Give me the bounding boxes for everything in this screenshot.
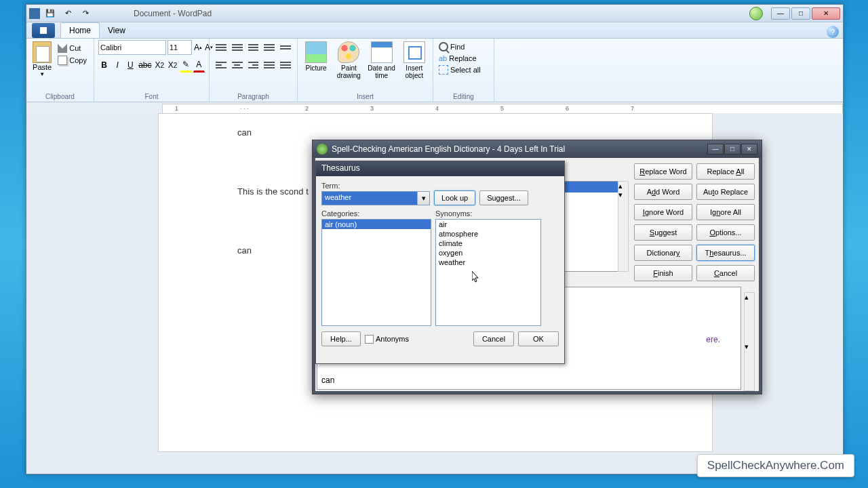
date-time-button[interactable]: Date and time: [368, 41, 396, 100]
find-icon: [439, 42, 448, 52]
term-value: weather: [322, 192, 417, 205]
align-right-button[interactable]: [246, 58, 261, 73]
bold-button[interactable]: B: [98, 58, 110, 73]
spellcheck-icon: [317, 144, 328, 155]
close-button[interactable]: ✕: [812, 7, 840, 20]
select-all-button[interactable]: Select all: [437, 64, 490, 75]
para-dialog-button[interactable]: [278, 40, 293, 55]
paint-icon: [338, 41, 359, 63]
auto-replace-button[interactable]: Auto Replace: [696, 184, 755, 200]
cut-button[interactable]: Cut: [56, 43, 88, 54]
synonyms-list[interactable]: air atmosphere climate oxygen weather: [435, 219, 541, 326]
superscript-button[interactable]: X2: [167, 58, 178, 73]
increase-indent-button[interactable]: [230, 40, 245, 55]
align-center-button[interactable]: [230, 58, 245, 73]
paste-button[interactable]: Paste ▼: [31, 40, 54, 79]
spell-bottom-word: can: [321, 375, 334, 385]
paragraph-group-label: Paragraph: [210, 93, 297, 100]
find-button[interactable]: Find: [437, 41, 490, 52]
paint-drawing-button[interactable]: Paint drawing: [334, 41, 363, 100]
thesaurus-button[interactable]: Thesaurus...: [696, 245, 755, 261]
copy-button[interactable]: Copy: [56, 55, 88, 66]
spell-context-scrollbar[interactable]: ▴▾: [744, 292, 755, 391]
ok-button[interactable]: OK: [518, 331, 559, 346]
font-group-label: Font: [94, 93, 209, 100]
font-name-select[interactable]: [98, 40, 166, 55]
synonym-item[interactable]: oxygen: [436, 248, 540, 258]
decrease-indent-button[interactable]: [214, 40, 229, 55]
ignore-word-button[interactable]: Ignore Word: [634, 204, 692, 220]
thes-suggest-button[interactable]: Suggest...: [479, 190, 528, 205]
subscript-button[interactable]: X2: [153, 58, 165, 73]
maximize-button[interactable]: □: [791, 7, 810, 20]
ribbon-tabstrip: Home View ?: [26, 22, 843, 39]
options-button[interactable]: Options...: [696, 224, 755, 241]
ignore-all-button[interactable]: Ignore All: [696, 204, 755, 220]
minimize-button[interactable]: —: [771, 7, 790, 20]
help-button[interactable]: Help...: [321, 331, 361, 346]
lookup-button[interactable]: Look up: [434, 190, 475, 205]
highlight-button[interactable]: ✎: [180, 58, 191, 73]
antonyms-checkbox[interactable]: Antonyms: [365, 335, 409, 344]
replace-word-button[interactable]: Replace Word: [634, 163, 692, 180]
clipboard-group: Paste ▼ Cut Copy Clipboard: [26, 39, 94, 102]
spellcheck-title: Spell-Checking American English Dictiona…: [332, 144, 565, 154]
app-icon: [29, 8, 40, 19]
category-item[interactable]: air (noun): [322, 220, 431, 229]
replace-all-button[interactable]: Replace All: [696, 163, 755, 180]
spell-suggestions-list[interactable]: [564, 181, 625, 272]
tab-home[interactable]: Home: [60, 22, 100, 38]
add-word-button[interactable]: Add Word: [634, 184, 692, 200]
bullets-button[interactable]: [246, 40, 261, 55]
undo-icon[interactable]: ↶: [60, 6, 75, 21]
cut-icon: [58, 43, 67, 53]
dictionary-button[interactable]: Dictionary: [634, 245, 692, 261]
thesaurus-titlebar[interactable]: Thesaurus: [316, 161, 564, 176]
quick-access-toolbar: 💾 ↶ ↷: [43, 6, 93, 21]
align-left-button[interactable]: [214, 58, 229, 73]
term-label: Term:: [321, 182, 430, 190]
spell-list-scrollbar[interactable]: ▴▾: [618, 181, 629, 272]
grow-font-button[interactable]: A▴: [193, 40, 203, 55]
paste-icon: [33, 41, 52, 63]
date-icon: [371, 41, 393, 63]
insert-group: Picture Paint drawing Date and time Inse…: [298, 39, 433, 102]
insert-object-button[interactable]: Insert object: [400, 41, 429, 100]
font-color-button[interactable]: A: [193, 58, 205, 73]
help-icon[interactable]: ?: [827, 26, 839, 38]
strikethrough-button[interactable]: abc: [138, 58, 152, 73]
spell-close-button[interactable]: ✕: [741, 144, 757, 155]
synonym-item[interactable]: air: [436, 220, 540, 229]
object-icon: [403, 41, 425, 63]
chevron-down-icon[interactable]: ▾: [417, 192, 429, 205]
synonym-item[interactable]: climate: [436, 239, 540, 248]
paragraph-group: Paragraph: [210, 39, 298, 102]
doc-text-line: can: [237, 127, 633, 138]
justify-button[interactable]: [262, 58, 277, 73]
thes-cancel-button[interactable]: Cancel: [473, 331, 514, 346]
spell-minimize-button[interactable]: —: [707, 144, 724, 155]
tab-view[interactable]: View: [100, 23, 134, 38]
app-menu-button[interactable]: [32, 23, 55, 38]
checkbox-icon: [365, 335, 374, 344]
suggest-button[interactable]: Suggest: [634, 224, 692, 241]
clipboard-group-label: Clipboard: [26, 93, 94, 100]
replace-button[interactable]: abReplace: [437, 54, 490, 63]
spellcheck-orb-icon[interactable]: [749, 7, 763, 20]
redo-icon[interactable]: ↷: [78, 6, 93, 21]
spellcheck-titlebar[interactable]: Spell-Checking American English Dictiona…: [313, 140, 762, 158]
term-combobox[interactable]: weather ▾: [321, 191, 430, 205]
synonym-item[interactable]: atmosphere: [436, 229, 540, 239]
cancel-button[interactable]: Cancel: [696, 265, 755, 281]
save-icon[interactable]: 💾: [43, 6, 58, 21]
spell-maximize-button[interactable]: □: [724, 144, 741, 155]
italic-button[interactable]: I: [111, 58, 123, 73]
font-size-select[interactable]: [167, 40, 192, 55]
underline-button[interactable]: U: [125, 58, 136, 73]
line-spacing-button[interactable]: [262, 40, 277, 55]
paragraph-settings-button[interactable]: [278, 58, 293, 73]
synonym-item[interactable]: weather: [436, 258, 540, 267]
categories-list[interactable]: air (noun): [321, 219, 431, 326]
finish-button[interactable]: Finish: [634, 265, 692, 281]
picture-button[interactable]: Picture: [302, 41, 330, 100]
